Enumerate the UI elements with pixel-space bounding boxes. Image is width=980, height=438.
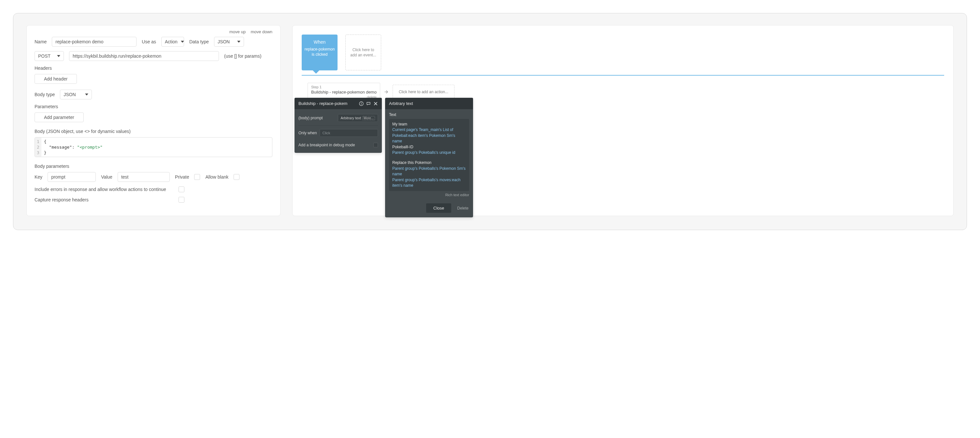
comment-icon[interactable] [366,101,371,106]
arrow-right-icon [384,90,389,94]
text-line-dynamic: Parent group's Pokeballs's unique id [392,150,466,156]
add-event-text: Click here to add an event... [349,47,378,58]
param-key-label: Key [35,174,42,180]
include-errors-label: Include errors in response and allow wor… [35,187,166,192]
name-input[interactable] [52,37,137,46]
text-expression-editor[interactable]: My team Current page's Team_main's List … [389,119,469,191]
prompt-key-label: (body) prompt [298,116,323,120]
use-as-select[interactable]: Action [161,37,184,46]
chevron-down-icon [57,55,60,57]
move-up-link[interactable]: move up [229,29,246,34]
workflow-panel: When replace-pokemon is clicked Click he… [292,25,954,216]
popup-b-title: Arbitrary text [389,101,413,106]
event-card-active[interactable]: When replace-pokemon is clicked [302,35,337,70]
code-gutter: 123 [35,137,41,157]
breakpoint-checkbox[interactable] [373,143,378,147]
text-line-plain: Replace this Pokemon [392,160,466,166]
body-json-editor[interactable]: 123 { "message": "<prompt>" } [35,137,272,157]
text-line-dynamic: Parent group's Pokeballs's Pokemon Sm's … [392,166,466,177]
action-properties-popup: Buildship - replace-pokem [294,98,382,153]
param-value-label: Value [101,174,112,180]
svg-rect-1 [361,103,361,105]
private-checkbox[interactable] [194,174,200,180]
prompt-field-text: Arbitrary text [341,116,361,120]
include-errors-checkbox[interactable] [178,186,185,192]
text-line-plain: Pokeballl-ID [392,144,466,150]
delete-link[interactable]: Delete [457,206,468,210]
event-pointer-icon [313,70,319,74]
code-content[interactable]: { "message": "<prompt>" } [41,137,272,157]
add-parameter-button[interactable]: Add parameter [35,112,84,122]
data-type-select[interactable]: JSON [214,37,244,46]
body-parameters-label: Body parameters [35,164,272,169]
more-link[interactable]: More... [362,116,375,120]
only-when-placeholder: Click [323,131,330,135]
chevron-down-icon [85,94,88,96]
popup-title: Buildship - replace-pokem [298,101,347,106]
rich-text-editor-link[interactable]: Rich text editor [389,193,469,197]
parameters-label: Parameters [35,104,272,109]
param-value-input[interactable] [118,172,170,182]
private-label: Private [175,174,189,180]
move-down-link[interactable]: move down [251,29,272,34]
url-input[interactable] [69,51,219,61]
http-method-value: POST [38,53,51,59]
body-type-label: Body type [35,92,55,97]
data-type-label: Data type [189,39,209,44]
api-call-panel: move up move down Name Use as Action Dat… [26,25,280,216]
event-row: When replace-pokemon is clicked Click he… [302,35,944,70]
breakpoint-label: Add a breakpoint in debug mode [298,143,355,147]
allow-blank-checkbox[interactable] [234,174,239,180]
body-type-select[interactable]: JSON [60,90,92,99]
flow-separator [302,75,944,76]
param-key-input[interactable] [48,172,96,182]
capture-headers-checkbox[interactable] [178,197,185,203]
headers-label: Headers [35,65,272,71]
step-number: Step 1 [311,85,377,89]
body-type-value: JSON [64,92,76,97]
use-as-value: Action [165,39,178,44]
chevron-down-icon [237,41,240,43]
arbitrary-text-popup: Arbitrary text Text My team Current page… [385,98,473,217]
svg-rect-2 [361,102,361,103]
text-line-dynamic: Parent group's Pokeballs's moves:each it… [392,177,466,189]
add-action-card[interactable]: Click here to add an action... [393,85,455,99]
close-button[interactable]: Close [426,203,451,213]
only-when-label: Only when [298,131,317,135]
add-header-button[interactable]: Add header [35,74,77,84]
text-line-dynamic: Current page's Team_main's List of Pokeb… [392,127,466,144]
chevron-down-icon [181,41,184,43]
event-description: replace-pokemon is clicked [304,46,335,57]
http-method-select[interactable]: POST [35,51,64,61]
body-json-label: Body (JSON object, use <> for dynamic va… [35,129,272,134]
allow-blank-label: Allow blank [205,174,228,180]
editor-frame: move up move down Name Use as Action Dat… [13,13,967,230]
close-icon[interactable] [373,101,378,106]
info-icon[interactable] [359,101,364,106]
data-type-value: JSON [218,39,230,44]
text-label: Text [389,112,469,117]
event-when-label: When [304,39,335,45]
capture-headers-label: Capture response headers [35,197,89,202]
prompt-value-field[interactable]: Arbitrary text More... [338,114,378,122]
add-event-card[interactable]: Click here to add an event... [345,35,381,70]
use-as-label: Use as [142,39,156,44]
name-label: Name [35,39,46,44]
add-action-text: Click here to add an action... [399,90,448,94]
text-line-plain: My team [392,121,466,127]
step-name: Buildship - replace-pokemon demo [311,90,377,94]
only-when-field[interactable]: Click [320,129,378,137]
url-hint: (use [] for params) [224,53,261,59]
